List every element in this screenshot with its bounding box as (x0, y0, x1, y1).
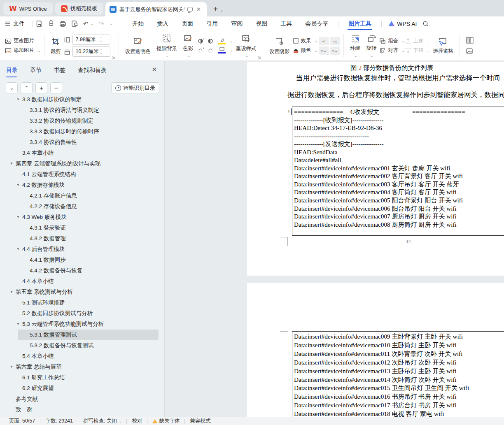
toc-item[interactable]: ▼ 5.3.1 数据管理测试 (18, 330, 159, 340)
reset-style-button[interactable]: 重设样式 ⇲ (233, 33, 259, 59)
toc-item[interactable]: ▼ 4.3.2 数据管理 (0, 233, 164, 244)
set-shadow-button[interactable]: 设置阴影 (266, 33, 293, 59)
toc-item[interactable]: ▼ 6.1 研究工作总结 (0, 372, 164, 383)
toc-item[interactable]: ▼ 5.2 数据同步协议测试与分析 (0, 308, 164, 319)
toc-item[interactable]: ▼ 3.3.3 数据同步时的传输时序 (0, 126, 164, 137)
picture-height-input[interactable] (73, 37, 99, 43)
color-tone-button[interactable]: 色彩 (180, 33, 196, 59)
toc-item[interactable]: ▼ 4.1 云端管理系统结构 (0, 169, 164, 180)
remove-background-button[interactable]: 抠除背景 (154, 33, 180, 59)
expand-all-button[interactable]: ⌃ (21, 82, 33, 93)
toc-item[interactable]: ▼ 3.3 数据同步协议的制定 (0, 94, 164, 105)
export-pdf-icon[interactable] (48, 20, 54, 27)
shadow-left-icon[interactable]: ▫← (319, 46, 329, 55)
collapse-arrow-icon[interactable]: ▼ (10, 158, 16, 169)
collapse-arrow-icon[interactable]: ▼ (10, 362, 16, 372)
spell-check-dropdown-icon[interactable]: ⌄ (119, 419, 122, 423)
shadow-right-icon[interactable]: ▫→ (330, 46, 340, 55)
print-preview-icon[interactable] (71, 20, 78, 27)
picture-border-color-button[interactable] (217, 47, 233, 53)
toc-item[interactable]: ▼ 5.3.2 数据备份与恢复测试 (0, 340, 164, 351)
smart-toc-button[interactable]: 智能识别目录 (111, 82, 159, 93)
contrast-increase-icon[interactable]: + (198, 37, 205, 44)
clipped-tool-icon[interactable] (466, 37, 474, 44)
document-workspace[interactable]: 图 2 部分数据备份的文件列表 当用户需要进行数据恢复操作时，管理员根据用户需求… (165, 61, 504, 417)
change-picture-button[interactable]: 更改图片 (5, 37, 41, 44)
highlight-color-button[interactable] (217, 38, 233, 44)
collapse-arrow-icon[interactable]: ▼ (10, 287, 16, 297)
sidebar-tab[interactable]: 查找和替换 (78, 67, 107, 77)
menu-item[interactable]: 工具 (274, 16, 299, 31)
add-picture-button[interactable]: 添加图片 (5, 47, 41, 54)
toc-item[interactable]: ▼ 4.4.1 数据同步 (0, 255, 164, 265)
shadow-down-icon[interactable]: ▫↓ (330, 37, 340, 45)
align-button[interactable]: 对齐 (379, 47, 405, 54)
sidebar-tab[interactable]: 目录 (6, 67, 18, 77)
document-page-45[interactable]: Data:insert#deviceinfo#devicemac009 主卧背景… (247, 283, 504, 417)
toc-item[interactable]: ▼ 4.2.2 存储设备信息 (0, 201, 164, 212)
word-count[interactable]: 字数: 29241 (40, 418, 78, 425)
group-button[interactable]: 组合 (379, 37, 405, 44)
redo-icon[interactable]: ↷ (99, 21, 104, 27)
tab-document[interactable]: W 基于云服务的智能家居网关管 ✕ (105, 2, 207, 16)
move-down-button[interactable]: 下移 (405, 47, 430, 54)
contrast-decrease-icon[interactable]: - (208, 37, 215, 44)
menu-item[interactable]: 审阅 (224, 16, 249, 31)
spell-check-toggle[interactable]: 拼写检查: 关闭⌄ (78, 418, 127, 425)
height-stepper[interactable]: ⌃⌄ (100, 37, 103, 42)
comment-bubble-icon[interactable] (187, 7, 193, 12)
toc-item[interactable]: ▼ 4.2.1 存储账户信息 (0, 190, 164, 201)
tab-wps-office[interactable]: W WPS Office (3, 2, 53, 15)
selection-pane-button[interactable]: 选择窗格 (430, 33, 456, 59)
menu-item[interactable]: 视图 (249, 16, 274, 31)
zoom-in-button[interactable]: + (35, 82, 47, 93)
toc-item[interactable]: ▼ 参考文献 (0, 394, 164, 404)
wrap-text-button[interactable]: 环绕 (347, 33, 363, 59)
toc-item[interactable]: ▼ 6.2 研究展望 (0, 383, 164, 394)
toc-item[interactable]: ▼ 5.4 本章小结 (0, 351, 164, 362)
compatibility-mode[interactable]: 兼容模式 (185, 418, 215, 425)
collapse-arrow-icon[interactable]: ▼ (16, 319, 22, 330)
missing-font-warning[interactable]: 缺失字体 (147, 418, 184, 425)
picture-width-field[interactable]: ⌃⌄ (72, 46, 110, 57)
close-tab-icon[interactable]: ✕ (196, 6, 202, 12)
toc-item[interactable]: ▼ 5.1 测试环境搭建 (0, 297, 164, 308)
size-dialog-launcher-icon[interactable]: ⇲ (112, 55, 115, 60)
style-dialog-launcher-icon[interactable]: ⇲ (257, 55, 261, 60)
toc-item[interactable]: ▼ 3.3.4 协议的鲁棒性 (0, 137, 164, 148)
toc-item[interactable]: ▼ 第六章 总结与展望 (0, 362, 164, 372)
menu-item[interactable]: 开始 (126, 16, 150, 31)
tab-picture-tools[interactable]: 图片工具 (342, 16, 378, 31)
toc-item[interactable]: ▼ 4.3 Web 服务模块 (0, 212, 164, 223)
toc-item[interactable]: ▼ 致 谢 (0, 404, 164, 415)
rotate-button[interactable]: 旋转 (363, 33, 379, 59)
toc-item[interactable]: ▼ 4.2 数据存储模块 (0, 180, 164, 190)
toc-item[interactable]: ▼ 3.4 本章小结 (0, 148, 164, 158)
collapse-arrow-icon[interactable]: ▼ (16, 180, 22, 190)
tab-list-dropdown-icon[interactable]: ⌄ (219, 7, 223, 13)
picture-height-field[interactable]: ⌃⌄ (72, 35, 110, 45)
menu-item[interactable]: 页面 (175, 16, 200, 31)
sidebar-close-icon[interactable]: ✕ (152, 66, 157, 73)
sidebar-tab[interactable]: 书签 (54, 67, 65, 77)
wps-ai-button[interactable]: WPS AI (388, 21, 417, 27)
picture-width-input[interactable] (73, 49, 99, 55)
set-transparent-color-button[interactable]: 设置透明色 (122, 33, 154, 59)
toc-item[interactable]: ▼ 5.3 云端管理系统功能测试与分析 (0, 319, 164, 330)
menu-item[interactable]: 引用 (200, 16, 224, 31)
picture-color-button[interactable]: 颜色 (293, 47, 318, 54)
toc-item[interactable]: ▼ 4.4 本章小结 (0, 276, 164, 287)
toc-item[interactable]: ▼ 第四章 云端管理系统的设计与实现 (0, 158, 164, 169)
tab-docer[interactable]: 找稻壳模板 (55, 2, 103, 15)
collapse-arrow-icon[interactable]: ▼ (16, 244, 22, 255)
print-icon[interactable] (59, 21, 66, 27)
undo-dropdown-icon[interactable]: ⌄ (91, 22, 94, 26)
toc-item[interactable]: ▼ 3.3.2 协议的传输规则制定 (0, 116, 164, 126)
menu-item[interactable]: 插入 (150, 16, 175, 31)
crop-button[interactable]: 裁剪 (48, 33, 64, 59)
sidebar-tab[interactable]: 章节 (30, 67, 42, 77)
brightness-increase-icon[interactable]: + (198, 47, 205, 54)
undo-icon[interactable]: ↶ (83, 21, 89, 27)
collapse-all-button[interactable]: ⌄ (6, 82, 18, 93)
new-tab-button[interactable]: + (213, 5, 218, 14)
